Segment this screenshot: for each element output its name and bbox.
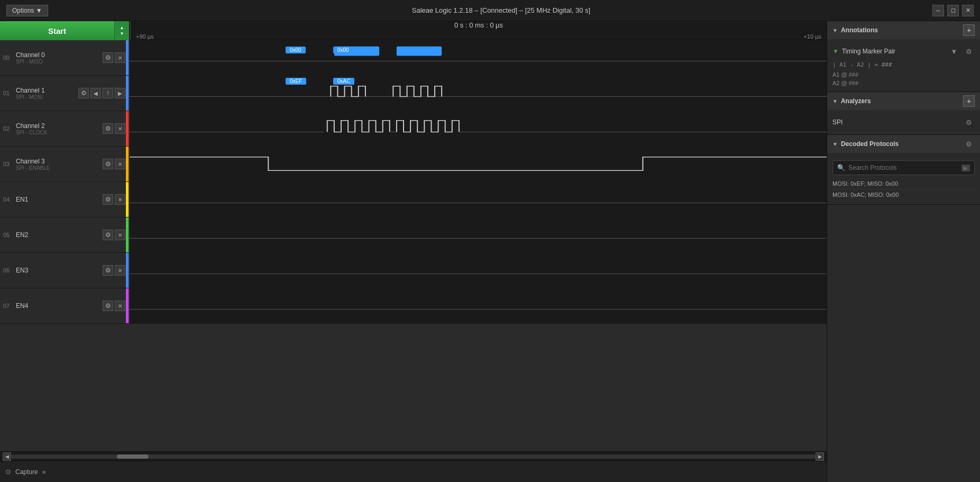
channel-close-button[interactable]: ✕: [115, 194, 125, 205]
annotations-section: ▼ Annotations + ▼ Timing Marker Pair ▼ ⚙…: [827, 21, 980, 92]
channel-close-button[interactable]: ✕: [115, 265, 125, 276]
list-item: SPI ⚙: [832, 114, 975, 130]
annotations-add-button[interactable]: +: [963, 24, 975, 36]
capture-button[interactable]: Capture: [15, 468, 38, 476]
decoded-protocols-section: ▼ Decoded Protocols ⚙ 🔍 ▶ MOSI: 0xEF; MI…: [827, 135, 980, 205]
search-icon: 🔍: [837, 164, 845, 171]
analyzers-add-button[interactable]: +: [963, 95, 975, 107]
search-input[interactable]: [848, 164, 958, 171]
time-marker-right: +10 µs: [803, 33, 821, 40]
channel-color-bar: [126, 76, 129, 111]
waveform-track-2: [130, 111, 827, 146]
channel-prev-button[interactable]: ◀: [90, 88, 101, 98]
filter-icon: ▼: [832, 48, 839, 55]
annotations-title: Annotations: [841, 26, 960, 34]
channel-header: Start ▲ ▼: [0, 21, 130, 40]
channel-settings-button[interactable]: ⚙: [78, 88, 89, 98]
channel-info-5: 05 EN2 ⚙ ✕: [0, 217, 130, 252]
capture-icon: ⊙: [5, 468, 11, 476]
scroll-right-button[interactable]: ▶: [816, 452, 824, 461]
forward-button[interactable]: »: [42, 468, 46, 476]
channel-color-bar: [126, 217, 129, 252]
close-button[interactable]: ✕: [962, 5, 974, 16]
channel-close-button[interactable]: ✕: [115, 301, 125, 311]
waveform-svg-1: [130, 76, 827, 111]
collapse-arrow: ▼: [832, 28, 838, 33]
start-button[interactable]: Start: [0, 21, 114, 40]
scrollbar-track[interactable]: [11, 454, 816, 459]
label-ch1-1: 0xEF: [286, 78, 306, 85]
right-panel: ▼ Annotations + ▼ Timing Marker Pair ▼ ⚙…: [827, 21, 980, 482]
channel-next-button[interactable]: ▶: [115, 88, 125, 98]
forward-label: »: [42, 468, 46, 476]
options-button[interactable]: Options ▼: [6, 5, 48, 16]
search-box[interactable]: 🔍 ▶: [832, 160, 975, 175]
channel-settings-button[interactable]: ⚙: [103, 123, 113, 134]
decoded-protocols-gear-button[interactable]: ⚙: [963, 138, 975, 150]
waveform-track-4: [130, 182, 827, 217]
time-header: Start ▲ ▼ 0 s : 0 ms : 0 µs +90 µs +10 µ…: [0, 21, 827, 40]
label-ch1-2: 0xAC: [333, 78, 354, 85]
minimize-button[interactable]: ─: [932, 5, 944, 16]
waveform-svg-3: [130, 147, 827, 181]
annotations-header[interactable]: ▼ Annotations +: [827, 21, 980, 39]
channel-color-bar: [126, 253, 129, 288]
collapse-arrow-analyzers: ▼: [832, 98, 838, 104]
channel-settings-button[interactable]: ⚙: [103, 230, 113, 240]
waveform-track-7: [130, 288, 827, 323]
window-title: Saleae Logic 1.2.18 – [Connected] – [25 …: [70, 6, 932, 14]
channel-settings-button[interactable]: ⚙: [103, 52, 113, 63]
waveform-track-3: [130, 147, 827, 181]
timing-gear-button[interactable]: ⚙: [963, 46, 975, 57]
annotation-formula: | A1 - A2 | = ###: [832, 59, 975, 70]
scrollbar-thumb[interactable]: [117, 454, 149, 459]
channel-invert-button[interactable]: f: [103, 88, 113, 98]
waveform-svg-4: [130, 182, 827, 217]
analyzer-name-spi: SPI: [832, 119, 963, 126]
channel-close-button[interactable]: ✕: [115, 159, 125, 169]
analyzers-title: Analyzers: [841, 97, 960, 105]
channel-settings-button[interactable]: ⚙: [103, 265, 113, 276]
channel-close-button[interactable]: ✕: [115, 52, 125, 63]
horizontal-scrollbar[interactable]: ◀ ▶: [0, 451, 827, 461]
decoded-protocols-header[interactable]: ▼ Decoded Protocols ⚙: [827, 135, 980, 153]
search-toggle[interactable]: ▶: [961, 165, 970, 171]
start-dropdown[interactable]: ▲ ▼: [114, 21, 129, 40]
waveform-svg-2: [130, 111, 827, 146]
table-row: 06 EN3 ⚙ ✕: [0, 253, 827, 288]
time-display: 0 s : 0 ms : 0 µs: [131, 21, 827, 33]
channel-info-0: 00 Channel 0 SPI - MISO ⚙ ✕: [0, 40, 130, 75]
analyzers-content: SPI ⚙: [827, 110, 980, 134]
waveform-track-1: 0xEF 0xAC: [130, 76, 827, 111]
decoded-protocols-title: Decoded Protocols: [841, 140, 960, 148]
channel-info-6: 06 EN3 ⚙ ✕: [0, 253, 130, 288]
table-row: 05 EN2 ⚙ ✕: [0, 217, 827, 253]
annotation-a2: A2 @ ###: [832, 79, 975, 87]
restore-button[interactable]: ◻: [947, 5, 959, 16]
channel-close-button[interactable]: ✕: [115, 123, 125, 134]
list-item: MOSI: 0xAC; MISO: 0x00: [832, 189, 975, 200]
waveform-svg-5: [130, 217, 827, 252]
label-ch0-1: 0x00: [286, 47, 306, 53]
main-layout: Start ▲ ▼ 0 s : 0 ms : 0 µs +90 µs +10 µ…: [0, 21, 980, 482]
timing-marker-label: Timing Marker Pair: [842, 48, 945, 55]
channel-settings-button[interactable]: ⚙: [103, 194, 113, 205]
annotation-a1: A1 @ ###: [832, 70, 975, 79]
channel-settings-button[interactable]: ⚙: [103, 159, 113, 169]
table-row: 04 EN1 ⚙ ✕: [0, 182, 827, 217]
left-panel: Start ▲ ▼ 0 s : 0 ms : 0 µs +90 µs +10 µ…: [0, 21, 827, 482]
channel-color-bar: [126, 40, 129, 75]
analyzer-settings-button[interactable]: ⚙: [963, 116, 975, 128]
waveform-svg-6: [130, 253, 827, 288]
channel-close-button[interactable]: ✕: [115, 230, 125, 240]
list-item: MOSI: 0xEF; MISO: 0x00: [832, 178, 975, 189]
label-ch0-2: 0x00: [333, 47, 353, 53]
decoded-protocols-content: 🔍 ▶ MOSI: 0xEF; MISO: 0x00 MOSI: 0xAC; M…: [827, 153, 980, 204]
title-bar: Options ▼ Saleae Logic 1.2.18 – [Connect…: [0, 0, 980, 21]
waveform-track-6: [130, 253, 827, 288]
scroll-left-button[interactable]: ◀: [3, 452, 11, 461]
channel-settings-button[interactable]: ⚙: [103, 301, 113, 311]
table-row: 00 Channel 0 SPI - MISO ⚙ ✕: [0, 40, 827, 76]
analyzers-header[interactable]: ▼ Analyzers +: [827, 92, 980, 110]
timing-filter-button[interactable]: ▼: [948, 46, 960, 57]
